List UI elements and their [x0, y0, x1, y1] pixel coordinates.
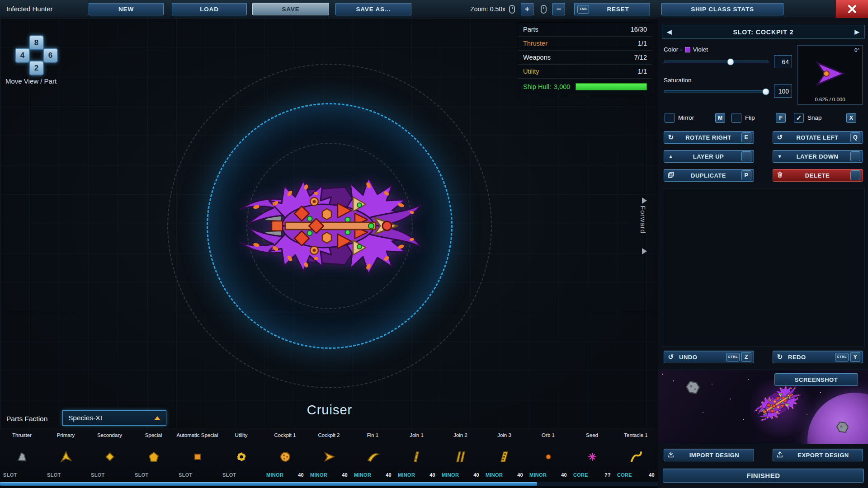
ship-class-stats-button[interactable]: SHIP CLASS STATS [661, 3, 783, 15]
rotate-left-button[interactable]: ↺ ROTATE LEFT Q [773, 131, 863, 144]
zoom-out-button[interactable]: − [552, 3, 565, 15]
layer-up-button[interactable]: ▲ LAYER UP [664, 150, 754, 163]
part-type: MINOR [398, 472, 415, 478]
part-special[interactable]: Special SLOT [132, 429, 175, 482]
ship-stats-panel: Parts 16/30 Thruster 1/1 Weapons 7/12 Ut… [518, 22, 652, 95]
hull-bar-fill [576, 84, 646, 90]
part-utility[interactable]: Utility SLOT [219, 429, 263, 482]
rotate-left-key-icon: Q [850, 132, 860, 142]
part-join-3[interactable]: Join 3 MINOR40 [482, 429, 526, 482]
import-icon [666, 451, 675, 459]
cockpit-1-icon [263, 448, 307, 465]
parts-faction-value: Species-XI [68, 414, 102, 422]
numpad-2-key[interactable]: 2 [29, 61, 44, 75]
planet [807, 393, 868, 444]
color-slider-handle[interactable] [727, 59, 734, 66]
stat-label: Weapons [523, 54, 551, 61]
saturation-slider[interactable] [664, 90, 769, 93]
part-join-2[interactable]: Join 2 MINOR40 [439, 429, 482, 482]
close-button[interactable] [835, 0, 868, 18]
numpad-6-key[interactable]: 6 [43, 48, 58, 63]
stat-label: Thruster [523, 40, 547, 47]
flip-label: Flip [745, 114, 755, 121]
parts-faction-dropdown[interactable]: Species-XI [62, 410, 166, 426]
part-name: Join 1 [395, 429, 439, 445]
parts-faction-label: Parts Faction [6, 415, 47, 423]
part-automatic-special[interactable]: Automatic Special SLOT [175, 429, 219, 482]
save-button[interactable]: SAVE [252, 3, 329, 15]
ship-render[interactable] [226, 148, 434, 304]
next-slot-button[interactable]: ▶ [851, 26, 863, 38]
part-secondary[interactable]: Secondary SLOT [88, 429, 132, 482]
color-label: Color - [664, 46, 682, 53]
part-orb-1[interactable]: Orb 1 MINOR40 [526, 429, 570, 482]
numpad-8-key[interactable]: 8 [29, 35, 44, 50]
stat-row-hull: Ship Hull: 3,000 [518, 79, 652, 95]
ship-class-label: Cruiser [239, 403, 420, 418]
redo-button[interactable]: ↻ REDO CTRL Y [773, 351, 863, 363]
part-type: SLOT [3, 472, 17, 478]
stat-value: 1/1 [638, 40, 647, 47]
part-cockpit-2[interactable]: Cockpit 2 MINOR40 [307, 429, 351, 482]
reset-view-button[interactable]: TAB RESET [574, 3, 650, 15]
flip-key-icon: F [776, 113, 786, 123]
stat-value: 7/12 [634, 54, 647, 61]
part-cockpit-1[interactable]: Cockpit 1 MINOR40 [263, 429, 307, 482]
export-design-button[interactable]: EXPORT DESIGN [773, 449, 863, 461]
part-tentacle-1[interactable]: Tentacle 1 CORE40 [614, 429, 658, 482]
layer-down-button[interactable]: ▼ LAYER DOWN [773, 150, 863, 163]
rotate-right-button[interactable]: ↻ ROTATE RIGHT E [664, 131, 754, 144]
layer-down-key-icon [850, 151, 860, 161]
part-primary[interactable]: Primary SLOT [44, 429, 88, 482]
snap-key-icon: X [846, 113, 856, 123]
part-type: CORE [573, 472, 588, 478]
ctrl-key-icon: CTRL [835, 353, 849, 361]
part-thruster[interactable]: Thruster SLOT [0, 429, 44, 482]
hull-bar [576, 83, 647, 90]
undo-button[interactable]: ↺ UNDO CTRL Z [664, 351, 754, 363]
import-design-button[interactable]: IMPORT DESIGN [664, 449, 754, 461]
color-label-row: Color - Violet [664, 46, 708, 53]
slot-editor-panel: ◀ SLOT: COCKPIT 2 ▶ Color - Violet 64 Sa… [658, 18, 868, 488]
part-type: SLOT [91, 472, 105, 478]
part-name: Secondary [88, 429, 132, 445]
color-slider[interactable] [664, 61, 769, 63]
ship-name: Infected Hunter [6, 0, 53, 18]
saturation-slider-handle[interactable] [763, 89, 769, 95]
delete-button[interactable]: DELETE [773, 169, 863, 182]
undo-icon: ↺ [666, 353, 675, 361]
part-preview-box: 0° 0.625 / 0.000 [797, 45, 863, 105]
screenshot-button[interactable]: SCREENSHOT [774, 373, 858, 386]
parts-scrollbar-thumb[interactable] [0, 482, 537, 486]
part-name: Special [132, 429, 175, 445]
mirror-checkbox[interactable] [665, 113, 675, 123]
part-name: Seed [570, 429, 614, 445]
stars [662, 374, 663, 375]
previous-slot-button[interactable]: ◀ [663, 26, 676, 38]
y-key-icon: Y [850, 352, 860, 362]
reset-label: RESET [589, 6, 647, 13]
new-button[interactable]: NEW [89, 3, 164, 15]
parts-scrollbar[interactable] [0, 482, 658, 486]
part-seed[interactable]: Seed CORE?? [570, 429, 614, 482]
ship-design-canvas[interactable]: 8 4 6 2 Move View / Part Parts 16/30 Thr… [0, 18, 658, 429]
tab-key-icon: TAB [577, 5, 589, 14]
load-button[interactable]: LOAD [172, 3, 247, 15]
color-value[interactable]: 64 [774, 55, 792, 68]
stat-row-weapons: Weapons 7/12 [518, 51, 652, 65]
part-fin-1[interactable]: Fin 1 MINOR40 [351, 429, 395, 482]
zoom-level: Zoom: 0.50x [452, 0, 505, 18]
flip-checkbox[interactable] [731, 113, 741, 123]
numpad-4-key[interactable]: 4 [15, 48, 30, 63]
saturation-value[interactable]: 100 [774, 84, 792, 98]
slot-detail-area [662, 188, 865, 347]
part-cost: 40 [298, 472, 304, 478]
join-3-icon [482, 448, 526, 465]
zoom-in-button[interactable]: + [521, 3, 533, 15]
save-as-button[interactable]: SAVE AS... [335, 3, 411, 15]
part-join-1[interactable]: Join 1 MINOR40 [395, 429, 439, 482]
duplicate-button[interactable]: DUPLICATE P [664, 169, 754, 182]
part-type: MINOR [486, 472, 503, 478]
finished-button[interactable]: FINISHED [663, 469, 864, 483]
snap-checkbox[interactable]: ✓ [794, 113, 804, 123]
